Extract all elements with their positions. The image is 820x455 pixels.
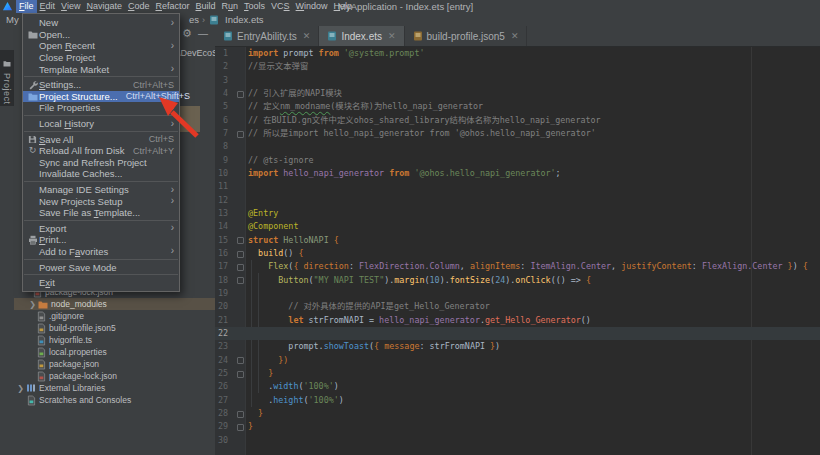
menu-item-label: New [39, 17, 165, 28]
menubar-item-build[interactable]: Build [192, 0, 218, 13]
project-tool-window-button[interactable]: Project [0, 50, 14, 106]
ets-file-icon [223, 31, 233, 41]
line-number: 17 [215, 260, 228, 273]
menu-item-new[interactable]: New› [23, 17, 179, 29]
menubar-item-edit[interactable]: Edit [37, 0, 59, 13]
menu-shortcut: Ctrl+Alt+Shift+S [126, 91, 190, 101]
menu-item-exit[interactable]: Exit [23, 277, 179, 289]
menu-item-export[interactable]: Export› [23, 223, 179, 235]
menu-separator [24, 76, 178, 77]
line-number: 21 [215, 314, 228, 327]
chevron-right-icon[interactable]: ❯ [28, 300, 37, 309]
fold-marker-icon[interactable] [237, 91, 244, 98]
tree-item-label: External Libraries [39, 382, 105, 394]
breadcrumb-project-fragment[interactable]: My [6, 13, 19, 26]
menu-item-settings[interactable]: Settings...Ctrl+Alt+S [23, 79, 179, 91]
close-icon[interactable]: ✕ [511, 31, 519, 41]
menu-item-sync-and-refresh-project[interactable]: Sync and Refresh Project [23, 157, 179, 169]
tree-item-gitignore[interactable]: .gitignore [14, 310, 215, 322]
editor-tab-entryability-ts[interactable]: EntryAbility.ts✕ [215, 26, 319, 46]
code-line: 5// 定义nm_modname(模块名称)为hello_napi_genera… [215, 100, 820, 113]
tree-item-local-properties[interactable]: local.properties [14, 346, 215, 358]
json-file-icon [35, 323, 47, 334]
line-number: 12 [215, 194, 228, 207]
menubar-item-refactor[interactable]: Refactor [152, 0, 192, 13]
menu-separator [24, 220, 178, 221]
menu-item-save-file-as-template[interactable]: Save File as Template... [23, 207, 179, 219]
close-icon[interactable]: ✕ [303, 31, 311, 41]
fold-marker-icon[interactable] [237, 131, 244, 138]
menu-shortcut: Ctrl+Alt+Y [133, 146, 174, 156]
line-number: 9 [215, 154, 228, 167]
tree-item-scratches-and-consoles[interactable]: Scratches and Consoles [14, 394, 215, 406]
breadcrumb-folder[interactable]: es [189, 14, 199, 25]
line-number: 7 [215, 127, 228, 140]
menu-item-manage-ide-settings[interactable]: Manage IDE Settings› [23, 184, 179, 196]
editor-tab-index-ets[interactable]: Index.ets✕ [319, 26, 404, 46]
line-number: 4 [215, 87, 228, 100]
tree-item-package-lock-json[interactable]: package-lock.json [14, 370, 215, 382]
menubar-item-navigate[interactable]: Navigate [83, 0, 125, 13]
fold-marker-icon[interactable] [237, 411, 244, 418]
fold-marker-icon[interactable] [237, 237, 244, 244]
menu-item-add-to-favorites[interactable]: Add to Favorites› [23, 246, 179, 258]
fold-marker-icon[interactable] [237, 424, 244, 431]
menu-item-label: Project Structure... [39, 91, 118, 102]
editor-area[interactable]: EntryAbility.ts✕Index.ets✕build-profile.… [215, 26, 820, 455]
menu-item-print[interactable]: Print... [23, 234, 179, 246]
menubar-item-vcs[interactable]: VCS [268, 0, 293, 13]
menu-separator [24, 274, 178, 275]
menubar-item-tools[interactable]: Tools [241, 0, 268, 13]
line-number: 14 [215, 220, 228, 233]
file-menu-popup: New›Open...Open Recent›Close ProjectTemp… [22, 13, 180, 292]
code-line: 12 [215, 194, 820, 207]
menu-item-reload-all-from-disk[interactable]: ↻Reload All from DiskCtrl+Alt+Y [23, 145, 179, 157]
tree-item-package-json[interactable]: package.json [14, 358, 215, 370]
code-line: 15struct HelloNAPI { [215, 234, 820, 247]
editor-tab-build-profile-json5[interactable]: build-profile.json5✕ [405, 26, 528, 46]
tree-item-node-modules[interactable]: ❯node_modules [14, 298, 215, 310]
chevron-right-icon[interactable]: ❯ [16, 384, 25, 393]
line-number: 6 [215, 114, 228, 127]
menubar-item-code[interactable]: Code [125, 0, 153, 13]
menu-item-open[interactable]: Open... [23, 29, 179, 41]
menubar-item-view[interactable]: View [58, 0, 83, 13]
menu-item-file-properties[interactable]: File Properties› [23, 102, 179, 114]
close-icon[interactable]: ✕ [388, 31, 396, 41]
selected-row-fragment [179, 106, 200, 132]
code-line: 27 .height('100%') [215, 394, 820, 407]
code-line: 18 Button("MY NAPI TEST").margin(10).fon… [215, 274, 820, 287]
menubar-item-window[interactable]: Window [293, 0, 331, 13]
tree-item-external-libraries[interactable]: ❯External Libraries [14, 382, 215, 394]
lock-file-icon [35, 371, 47, 382]
menu-item-power-save-mode[interactable]: Power Save Mode [23, 261, 179, 273]
menu-item-label: Manage IDE Settings [39, 184, 165, 195]
menubar-item-run[interactable]: Run [219, 0, 242, 13]
breadcrumb-file[interactable]: Index.ets [225, 14, 264, 25]
menu-item-close-project[interactable]: Close Project [23, 52, 179, 64]
code-line: 4// 引入扩展的NAPI模块 [215, 87, 820, 100]
fold-marker-icon[interactable] [237, 251, 244, 258]
editor-body[interactable]: 1import prompt from '@system.prompt'2//显… [215, 47, 820, 455]
gear-icon[interactable]: ⚙ [182, 28, 192, 39]
menu-item-save-all[interactable]: Save AllCtrl+S [23, 133, 179, 145]
fold-marker-icon[interactable] [237, 357, 244, 364]
code-line: 13@Entry [215, 207, 820, 220]
menu-item-open-recent[interactable]: Open Recent› [23, 40, 179, 52]
menubar-item-file[interactable]: File [16, 0, 37, 13]
code-line: 17 Flex({ direction: FlexDirection.Colum… [215, 260, 820, 273]
tree-item-build-profile-json5[interactable]: build-profile.json5 [14, 322, 215, 334]
menu-item-invalidate-caches[interactable]: Invalidate Caches... [23, 168, 179, 180]
fold-marker-icon[interactable] [237, 277, 244, 284]
fold-marker-icon[interactable] [237, 264, 244, 271]
fold-marker-icon[interactable] [237, 371, 244, 378]
hide-panel-icon[interactable]: — [198, 28, 208, 39]
menu-item-label: New Projects Setup [39, 196, 165, 207]
line-number: 29 [215, 420, 228, 433]
line-number: 30 [215, 434, 228, 447]
menu-item-project-structure[interactable]: Project Structure...Ctrl+Alt+Shift+S [23, 91, 179, 103]
menu-item-new-projects-setup[interactable]: New Projects Setup› [23, 195, 179, 207]
menu-item-local-history[interactable]: Local History› [23, 118, 179, 130]
tree-item-hvigorfile-ts[interactable]: hvigorfile.ts [14, 334, 215, 346]
menu-item-template-market[interactable]: Template Market› [23, 63, 179, 75]
